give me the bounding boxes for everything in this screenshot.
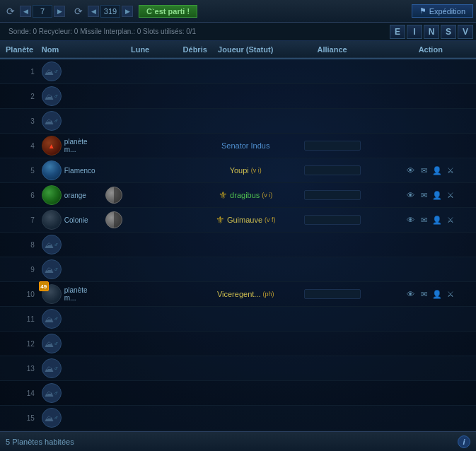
debris-cell (178, 109, 212, 134)
planet-cell: ⛰♂ (39, 233, 103, 257)
alliance-cell (279, 208, 385, 233)
planet-icon-wrap[interactable]: 49 (42, 284, 62, 304)
buddy-button[interactable]: 👤 (431, 165, 443, 176)
buddy-button[interactable]: 👤 (431, 288, 443, 300)
message-button[interactable]: ✉ (418, 214, 429, 226)
alliance-bar (304, 190, 361, 200)
action-cell (385, 233, 477, 257)
message-button[interactable]: ✉ (418, 165, 429, 176)
planet-cell: ⛰♂ (39, 109, 103, 134)
action-cell: 👁✉👤⚔ (385, 158, 477, 183)
table-row: 12⛰♂ (0, 332, 476, 356)
planet-name[interactable]: planète m... (64, 138, 100, 153)
player-name[interactable]: Viceregent... (217, 290, 261, 298)
debris-cell (178, 134, 212, 158)
planet-icon-wrap[interactable] (42, 210, 62, 230)
action-cell (385, 381, 477, 406)
player-name[interactable]: Youpi (230, 166, 249, 175)
planet-name[interactable]: orange (64, 192, 86, 199)
player-name[interactable]: dragibus (230, 191, 260, 199)
spy-button[interactable]: 👁 (405, 214, 416, 226)
row-number: 12 (0, 332, 39, 356)
player-status: (v i) (251, 167, 262, 174)
player-cell (212, 233, 279, 257)
empty-planet-icon: ⛰♂ (42, 111, 62, 131)
expedition-button[interactable]: ⚑ Expédition (412, 4, 473, 18)
planet-icon-wrap[interactable]: ▲ (42, 136, 62, 156)
system-next[interactable]: ▶ (54, 6, 65, 17)
letter-v[interactable]: V (458, 25, 473, 39)
row-number: 13 (0, 356, 39, 381)
alliance-cell (279, 59, 385, 84)
planet-cell: 49planète m... (39, 282, 103, 307)
go-button[interactable]: C`est parti ! (139, 5, 197, 18)
moon-cell (103, 282, 178, 307)
letter-e[interactable]: E (390, 25, 405, 39)
row-number: 15 (0, 406, 39, 430)
player-name[interactable]: Guimauve (227, 216, 262, 224)
table-header-row: Planète Nom Lune Débris Joueur (Statut) … (0, 41, 476, 59)
attack-button[interactable]: ⚔ (445, 288, 456, 300)
alliance-cell (279, 332, 385, 356)
galaxy-table: Planète Nom Lune Débris Joueur (Statut) … (0, 41, 476, 430)
planet-icon-wrap[interactable] (42, 160, 62, 180)
player-status: (v i) (262, 192, 272, 199)
action-cell (385, 84, 477, 109)
spy-button[interactable]: 👁 (405, 165, 416, 176)
galaxy-next[interactable]: ▶ (122, 6, 133, 17)
letter-n[interactable]: N (424, 25, 439, 39)
alliance-cell (279, 84, 385, 109)
alliance-cell (279, 356, 385, 381)
alliance-cell (279, 257, 385, 282)
buddy-button[interactable]: 👤 (431, 214, 443, 226)
moon-cell (103, 208, 178, 233)
buddy-button[interactable]: 👤 (431, 189, 443, 201)
player-cell (212, 332, 279, 356)
letter-i[interactable]: I (407, 25, 422, 39)
debris-cell (178, 257, 212, 282)
action-icons: 👁✉👤⚔ (388, 288, 474, 300)
attack-button[interactable]: ⚔ (445, 165, 456, 176)
debris-cell (178, 381, 212, 406)
info-icon[interactable]: i (458, 435, 470, 448)
wing-icon: ⚜ (216, 214, 225, 226)
alliance-cell (279, 134, 385, 158)
attack-button[interactable]: ⚔ (445, 189, 456, 201)
player-cell: ⚜dragibus(v i) (212, 183, 279, 208)
message-button[interactable]: ✉ (418, 288, 429, 300)
system-prev[interactable]: ◀ (20, 6, 31, 17)
player-cell (212, 257, 279, 282)
player-name[interactable]: Senator Indus (221, 141, 270, 150)
planet-icon-wrap[interactable] (42, 185, 62, 205)
table-row: 6orange⚜dragibus(v i)👁✉👤⚔ (0, 183, 476, 208)
alliance-bar (304, 215, 361, 225)
row-number: 10 (0, 282, 39, 307)
planet-name[interactable]: Flamenco (64, 167, 95, 175)
table-row: 2⛰♂ (0, 84, 476, 109)
spy-button[interactable]: 👁 (405, 288, 416, 300)
row-number: 3 (0, 109, 39, 134)
attack-button[interactable]: ⚔ (445, 214, 456, 226)
moon-cell (103, 59, 178, 84)
col-action: Action (385, 41, 477, 59)
player-cell: ⚜Guimauve(v f) (212, 208, 279, 233)
player-status: (v f) (265, 216, 276, 223)
planet-name[interactable]: Colonie (64, 216, 88, 224)
moon-cell (103, 233, 178, 257)
top-nav: ⟳ ◀ 7 ▶ ⟳ ◀ 319 ▶ C`est parti ! ⚑ Expédi… (0, 0, 476, 23)
planet-name[interactable]: planète m... (64, 286, 100, 302)
letter-s[interactable]: S (441, 25, 456, 39)
galaxy-prev[interactable]: ◀ (88, 6, 99, 17)
planet-cell: Colonie (39, 208, 103, 233)
debris-cell (178, 208, 212, 233)
galaxy-nav: ⟳ ◀ 319 ▶ (71, 4, 133, 19)
alliance-bar (304, 141, 361, 151)
message-button[interactable]: ✉ (418, 189, 429, 201)
col-lune: Lune (103, 41, 178, 59)
planet-cell: ⛰♂ (39, 59, 103, 84)
moon-cell (103, 84, 178, 109)
action-cell (385, 332, 477, 356)
debris-cell (178, 59, 212, 84)
alliance-bar (304, 289, 361, 299)
spy-button[interactable]: 👁 (405, 189, 416, 201)
